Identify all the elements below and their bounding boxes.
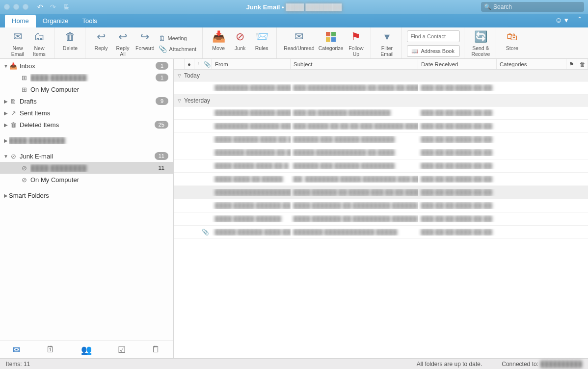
message-row[interactable]: ████ ██████ ████ ██ ███████ ███ ██████ █… <box>174 133 588 146</box>
message-row[interactable]: ████ █████ ████ ██ ███████ ███ ██████ ██… <box>174 159 588 173</box>
nav-people-icon[interactable]: 👥 <box>81 344 92 355</box>
message-date: ███ ██/██/████ ██:██ <box>418 215 497 222</box>
message-row[interactable]: ███████ ███████ ██ ███████ ████████████ … <box>174 146 588 159</box>
folder-drafts[interactable]: ▶🗎Drafts9 <box>0 95 173 107</box>
folder-inbox-on-my-computer[interactable]: ⊞On My Computer <box>0 83 173 95</box>
categorize-icon <box>325 30 336 44</box>
status-bar: Items: 11 All folders are up to date. Co… <box>0 358 588 369</box>
tab-home[interactable]: Home <box>5 15 36 27</box>
folder-smart[interactable]: ▶Smart Folders <box>0 189 173 201</box>
junk-folder-icon: ⊘ <box>9 153 18 160</box>
message-row[interactable]: ████ █████ ██████ ██████ ███████ ██ ████… <box>174 199 588 212</box>
forward-button[interactable]: ↪Forward <box>134 29 157 52</box>
window-controls[interactable] <box>4 4 28 10</box>
move-icon: 📥 <box>212 30 225 44</box>
folder-account-group[interactable]: ▶████ ████████ <box>0 134 173 146</box>
col-categories[interactable]: Categories <box>497 59 566 69</box>
reply-button[interactable]: ↩Reply <box>90 29 112 52</box>
message-row[interactable]: ████ ████ ██ ███████: ████████ █████ ███… <box>174 173 588 186</box>
nav-switcher: ✉ 🗓 👥 ☑ 🗒 <box>0 341 173 358</box>
nav-mail-icon[interactable]: ✉ <box>13 344 20 355</box>
col-flag[interactable]: ⚑ <box>566 59 577 69</box>
address-book-button[interactable]: 📖Address Book <box>407 45 460 57</box>
follow-up-button[interactable]: ⚑Follow Up <box>345 29 367 58</box>
minimize-window-icon[interactable] <box>13 4 19 10</box>
message-subject: ████ ███████ ██ █████████ ██████ ████ <box>291 215 418 222</box>
trash-icon: 🗑 <box>65 30 76 44</box>
message-subject: ████ ███████ ██ █████████ ██████ ████ <box>291 202 418 209</box>
col-thread[interactable] <box>174 59 185 69</box>
new-items-icon: 🗂 <box>34 30 45 44</box>
nav-notes-icon[interactable]: 🗒 <box>152 344 160 355</box>
categorize-button[interactable]: Categorize <box>317 29 346 52</box>
search-box[interactable]: 🔍 <box>481 2 584 12</box>
rules-button[interactable]: 📨Rules <box>251 29 272 52</box>
reply-icon: ↩ <box>97 30 106 44</box>
message-from: ████ █████ ██████ ██ <box>212 202 291 209</box>
junk-icon: ⊘ <box>236 30 244 44</box>
col-read-status[interactable]: ● <box>185 59 194 69</box>
message-row[interactable]: 📎█████ ██████ ████ ██ ████████ █████████… <box>174 226 588 239</box>
redo-icon[interactable]: ↷ <box>50 3 56 11</box>
col-importance[interactable]: ! <box>194 59 202 69</box>
search-input[interactable] <box>493 3 581 10</box>
message-list-header[interactable]: ● ! 📎 From Subject Date Received Categor… <box>174 59 588 70</box>
account-smiley-icon[interactable]: ☺ ▾ <box>555 16 568 25</box>
junk-account-icon: ⊘ <box>20 164 28 172</box>
reply-all-button[interactable]: ↩Reply All <box>112 29 134 58</box>
message-subject: ███ ██████████████ ██ ████ ██ ████████ <box>291 84 418 91</box>
status-sync: All folders are up to date. <box>417 361 482 368</box>
col-delete[interactable]: 🗑 <box>577 59 588 69</box>
col-date[interactable]: Date Received <box>418 59 497 69</box>
folder-junk-account[interactable]: ⊘████ ████████11 <box>0 162 173 174</box>
close-window-icon[interactable] <box>4 4 10 10</box>
folder-junk-on-my-computer[interactable]: ⊘On My Computer <box>0 174 173 185</box>
undo-icon[interactable]: ↶ <box>37 3 43 11</box>
filter-email-button[interactable]: ▾Filter Email <box>376 29 398 58</box>
col-from[interactable]: From <box>212 59 291 69</box>
folder-junk[interactable]: ▼⊘Junk E-mail11 <box>0 150 173 162</box>
move-button[interactable]: 📥Move <box>208 29 229 52</box>
nav-tasks-icon[interactable]: ☑ <box>118 344 126 355</box>
message-row[interactable]: ████ █████ ██████████ ███████ ██ ███████… <box>174 212 588 226</box>
message-from: █████ ██████ ████ ██ █ <box>212 229 291 236</box>
filter-icon: ▾ <box>384 30 390 44</box>
group-today[interactable]: ▽Today <box>174 70 588 81</box>
folder-inbox-account[interactable]: ⊞████ ████████1 <box>0 72 173 83</box>
deleted-icon: 🗑 <box>9 121 18 129</box>
folder-deleted[interactable]: ▶🗑Deleted Items25 <box>0 119 173 131</box>
read-unread-button[interactable]: ✉Read/Unread <box>282 29 316 52</box>
collapse-ribbon-icon[interactable]: ⌃ <box>577 16 582 25</box>
message-row[interactable]: ████████ ███████ ███████ █████ ██ ██ ██ … <box>174 120 588 133</box>
find-contact-input[interactable] <box>407 30 460 42</box>
meeting-button[interactable]: 🗓Meeting <box>157 33 199 43</box>
col-attachment[interactable]: 📎 <box>202 59 212 69</box>
message-row[interactable]: ███████████████████████ ██████ ██ █████ … <box>174 186 588 199</box>
new-items-button[interactable]: 🗂New Items <box>28 29 50 58</box>
message-row[interactable]: ████████ ██████ █████████ ██████████████… <box>174 81 588 95</box>
tab-tools[interactable]: Tools <box>75 15 104 27</box>
print-icon[interactable]: 🖶 <box>63 3 70 11</box>
message-row[interactable]: ████████ ██████ █████████ ██ ███████ ███… <box>174 106 588 120</box>
inbox-icon: 📥 <box>9 62 18 70</box>
search-icon: 🔍 <box>484 3 491 10</box>
send-receive-button[interactable]: 🔄Send & Receive <box>469 29 492 58</box>
group-yesterday[interactable]: ▽Yesterday <box>174 95 588 106</box>
folder-sidebar: ▼📥Inbox1 ⊞████ ████████1 ⊞On My Computer… <box>0 59 174 358</box>
ribbon: ✉New Email 🗂New Items 🗑Delete ↩Reply ↩Re… <box>0 27 588 59</box>
message-from: ████ █████ ██████ <box>212 215 291 222</box>
new-email-button[interactable]: ✉New Email <box>7 29 28 58</box>
zoom-window-icon[interactable] <box>23 4 28 10</box>
delete-button[interactable]: 🗑Delete <box>59 29 81 52</box>
message-subject: █████ ████████████ ██ ████ <box>291 149 418 156</box>
tab-organize[interactable]: Organize <box>36 15 76 27</box>
folder-inbox[interactable]: ▼📥Inbox1 <box>0 60 173 72</box>
col-subject[interactable]: Subject <box>291 59 418 69</box>
nav-calendar-icon[interactable]: 🗓 <box>46 344 55 355</box>
attachment-button[interactable]: 📎Attachment <box>157 44 199 54</box>
junk-button[interactable]: ⊘Junk <box>229 29 251 52</box>
message-date: ███ ██/██/████ ██:██ <box>418 109 497 116</box>
folder-sent[interactable]: ▶↗Sent Items <box>0 107 173 119</box>
message-from: ████████ ███████ ████ <box>212 123 291 130</box>
store-button[interactable]: 🛍Store <box>501 29 523 52</box>
